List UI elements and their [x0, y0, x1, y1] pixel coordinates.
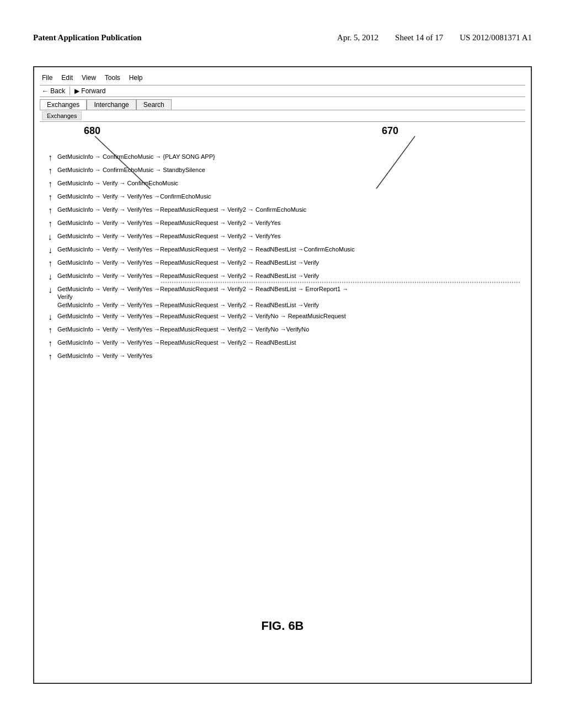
nav-tabs: Exchanges Interchange Search	[40, 99, 525, 110]
content-rows: ↑ GetMusicInfo → ConfirmEchoMusic → {PLA…	[45, 153, 520, 365]
list-item: ↑ GetMusicInfo → Verify → VerifyYes →Rep…	[45, 219, 520, 229]
list-item: ↓ GetMusicInfo → Verify → VerifyYes →Rep…	[45, 312, 520, 322]
diagram-area: 680 670 ↑ GetMusicInfo → ConfirmEchoMusi…	[40, 122, 525, 639]
row-text-2: GetMusicInfo → Verify → ConfirmEchoMusic	[57, 179, 520, 188]
list-item: ↓ GetMusicInfo → Verify → VerifyYes →Rep…	[45, 232, 520, 242]
icon-5: ↑	[45, 219, 55, 229]
row-text-8: GetMusicInfo → Verify → VerifyYes →Repea…	[57, 259, 520, 267]
list-item: ↑ GetMusicInfo → Verify → VerifyYes	[45, 352, 520, 362]
main-content-box: File Edit View Tools Help ← Back ▶ Forwa…	[33, 66, 532, 684]
icon-13: ↑	[45, 339, 55, 349]
icon-6: ↓	[45, 232, 55, 242]
icon-14: ↑	[45, 352, 55, 362]
page-header: Patent Application Publication Apr. 5, 2…	[0, 33, 565, 42]
menu-view[interactable]: View	[82, 74, 96, 82]
icon-12: ↑	[45, 325, 55, 335]
menu-edit[interactable]: Edit	[61, 74, 73, 82]
row-text-1: GetMusicInfo → ConfirmEchoMusic → Standb…	[57, 166, 520, 174]
publication-label: Patent Application Publication	[33, 33, 142, 42]
list-item: ↑ GetMusicInfo → Verify → VerifyYes →Rep…	[45, 206, 520, 216]
menu-help[interactable]: Help	[129, 74, 143, 82]
patent-number: US 2012/0081371 A1	[460, 33, 532, 42]
menu-tools[interactable]: Tools	[105, 74, 120, 82]
label-680: 680	[84, 125, 100, 137]
icon-2: ↑	[45, 179, 55, 189]
icon-11: ↓	[45, 312, 55, 322]
row-text-3: GetMusicInfo → Verify → VerifyYes →Confi…	[57, 192, 520, 201]
row-text-5: GetMusicInfo → Verify → VerifyYes →Repea…	[57, 219, 520, 227]
list-item: ↑ GetMusicInfo → Verify → VerifyYes →Rep…	[45, 339, 520, 349]
row-text-0: GetMusicInfo → ConfirmEchoMusic → {PLAY …	[57, 153, 520, 161]
fig-label: FIG. 6B	[261, 619, 303, 633]
icon-8: ↑	[45, 259, 55, 269]
list-item: ↓ GetMusicInfo → Verify → VerifyYes →Rep…	[45, 285, 520, 309]
menu-bar: File Edit View Tools Help	[40, 73, 525, 83]
back-button[interactable]: ← Back	[42, 87, 65, 95]
icon-0: ↑	[45, 153, 55, 163]
list-item: ↓ GetMusicInfo → Verify → VerifyYes →Rep…	[45, 272, 520, 282]
list-item: ↓ GetMusicInfo → Verify → VerifyYes →Rep…	[45, 245, 520, 255]
icon-4: ↑	[45, 206, 55, 216]
menu-file[interactable]: File	[42, 74, 52, 82]
forward-button[interactable]: ▶ Forward	[74, 87, 105, 95]
row-text-9: GetMusicInfo → Verify → VerifyYes →Repea…	[57, 272, 520, 280]
search-area: Exchanges	[40, 110, 525, 122]
row-text-6: GetMusicInfo → Verify → VerifyYes →Repea…	[57, 232, 520, 240]
sheet-info: Sheet 14 of 17	[395, 33, 443, 42]
toolbar: ← Back ▶ Forward	[40, 85, 525, 97]
icon-1: ↑	[45, 166, 55, 176]
icon-7: ↓	[45, 245, 55, 255]
row-text-7: GetMusicInfo → Verify → VerifyYes →Repea…	[57, 245, 520, 254]
list-item: ↑ GetMusicInfo → Verify → VerifyYes →Rep…	[45, 259, 520, 269]
toolbar-separator	[70, 87, 70, 95]
row-text-4: GetMusicInfo → Verify → VerifyYes →Repea…	[57, 206, 520, 214]
row-text-13: GetMusicInfo → Verify → VerifyYes →Repea…	[57, 339, 520, 347]
row-text-11: GetMusicInfo → Verify → VerifyYes →Repea…	[57, 312, 520, 320]
pub-date: Apr. 5, 2012	[337, 33, 379, 42]
row-text-12: GetMusicInfo → Verify → VerifyYes →Repea…	[57, 325, 520, 334]
window-chrome: File Edit View Tools Help ← Back ▶ Forwa…	[40, 73, 525, 122]
label-670: 670	[382, 125, 426, 137]
list-item: ↑ GetMusicInfo → ConfirmEchoMusic → Stan…	[45, 166, 520, 176]
tab-interchange[interactable]: Interchange	[87, 99, 136, 110]
row-text-10: GetMusicInfo → Verify → VerifyYes →Repea…	[57, 285, 520, 309]
tab-exchanges[interactable]: Exchanges	[40, 99, 87, 110]
list-item: ↑ GetMusicInfo → Verify → ConfirmEchoMus…	[45, 179, 520, 189]
list-item: ↑ GetMusicInfo → ConfirmEchoMusic → {PLA…	[45, 153, 520, 163]
row-text-14: GetMusicInfo → Verify → VerifyYes	[57, 352, 520, 360]
tab-search[interactable]: Search	[136, 99, 172, 110]
icon-3: ↑	[45, 192, 55, 202]
icon-9: ↓	[45, 272, 55, 282]
header-right: Apr. 5, 2012 Sheet 14 of 17 US 2012/0081…	[337, 33, 532, 42]
sub-tab-exchanges[interactable]: Exchanges	[42, 111, 82, 120]
list-item: ↑ GetMusicInfo → Verify → VerifyYes →Con…	[45, 192, 520, 202]
icon-10: ↓	[45, 285, 55, 295]
list-item: ↑ GetMusicInfo → Verify → VerifyYes →Rep…	[45, 325, 520, 335]
